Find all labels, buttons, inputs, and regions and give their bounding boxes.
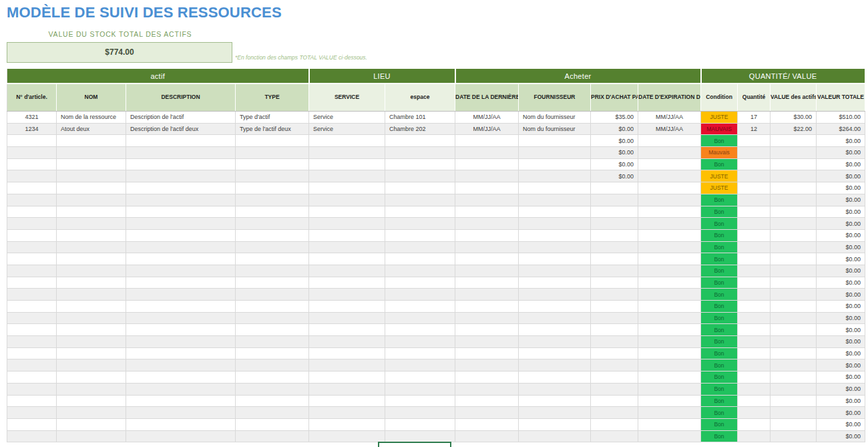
cell-valeur-totale[interactable]: $0.00 (817, 289, 865, 301)
cell-type[interactable] (236, 147, 309, 159)
cell-fournisseur[interactable] (519, 418, 591, 430)
cell-prix-achat[interactable] (591, 253, 638, 265)
cell-espace[interactable] (385, 383, 455, 395)
cell-article-no[interactable] (7, 182, 57, 194)
cell-condition[interactable]: Bon (701, 336, 738, 348)
cell-type[interactable] (236, 277, 309, 289)
cell-quantite[interactable] (738, 289, 771, 301)
cell-valeur-totale[interactable]: $0.00 (817, 395, 865, 407)
cell-quantite[interactable] (738, 407, 771, 419)
cell-fournisseur[interactable] (519, 359, 591, 371)
cell-service[interactable] (309, 418, 385, 430)
cell-espace[interactable]: Chambre 101 (385, 112, 455, 124)
cell-service[interactable] (309, 430, 385, 442)
cell-article-no[interactable] (7, 418, 57, 430)
cell-valeur-totale[interactable]: $0.00 (817, 135, 865, 147)
cell-date-expiration[interactable] (638, 206, 701, 218)
cell-service[interactable] (309, 218, 385, 230)
cell-condition[interactable]: JUSTE (701, 182, 738, 194)
cell-date-derniere-commande[interactable] (455, 147, 519, 159)
cell-service[interactable] (309, 182, 385, 194)
cell-nom[interactable] (57, 277, 126, 289)
cell-espace[interactable] (385, 395, 455, 407)
cell-date-expiration[interactable] (638, 312, 701, 324)
cell-service[interactable] (309, 289, 385, 301)
cell-date-expiration[interactable] (638, 277, 701, 289)
cell-description[interactable] (126, 229, 236, 241)
selected-cell-outline[interactable] (378, 442, 451, 447)
cell-fournisseur[interactable] (519, 206, 591, 218)
cell-quantite[interactable] (738, 371, 771, 384)
cell-date-derniere-commande[interactable] (455, 158, 519, 170)
cell-date-expiration[interactable] (638, 301, 701, 313)
cell-prix-achat[interactable] (591, 241, 638, 253)
cell-value-actifs[interactable]: $30.00 (771, 112, 817, 124)
cell-nom[interactable] (57, 229, 126, 241)
cell-service[interactable] (309, 383, 385, 395)
cell-article-no[interactable] (7, 383, 57, 395)
cell-valeur-totale[interactable]: $0.00 (817, 371, 865, 384)
cell-date-derniere-commande[interactable] (455, 289, 519, 301)
column-header-value-actifs[interactable]: VALUE des actifs (771, 84, 817, 112)
cell-description[interactable] (126, 265, 236, 277)
cell-condition[interactable]: Bon (701, 218, 738, 230)
cell-value-actifs[interactable] (771, 395, 817, 407)
column-header-fournisseur[interactable]: FOURNISSEUR (519, 84, 591, 112)
cell-date-expiration[interactable] (638, 289, 701, 301)
cell-quantite[interactable] (738, 147, 771, 159)
cell-value-actifs[interactable] (771, 170, 817, 182)
cell-prix-achat[interactable] (591, 265, 638, 277)
cell-condition[interactable]: Mauvais (701, 147, 738, 159)
stock-total-value-cell[interactable]: $774.00 (7, 42, 232, 63)
cell-prix-achat[interactable]: $0.00 (591, 123, 638, 135)
cell-value-actifs[interactable] (771, 324, 817, 336)
cell-description[interactable] (126, 312, 236, 324)
cell-date-derniere-commande[interactable] (455, 383, 519, 395)
cell-prix-achat[interactable] (591, 301, 638, 313)
cell-condition[interactable]: Bon (701, 194, 738, 206)
cell-condition[interactable]: JUSTE (701, 112, 738, 124)
cell-espace[interactable] (385, 407, 455, 419)
cell-date-expiration[interactable] (638, 194, 701, 206)
cell-espace[interactable] (385, 312, 455, 324)
cell-valeur-totale[interactable]: $0.00 (817, 347, 865, 359)
cell-quantite[interactable] (738, 265, 771, 277)
group-header-1[interactable]: LIEU (309, 69, 455, 84)
cell-espace[interactable] (385, 418, 455, 430)
cell-value-actifs[interactable] (771, 147, 817, 159)
cell-date-expiration[interactable] (638, 347, 701, 359)
column-header-type[interactable]: TYPE (236, 84, 309, 112)
cell-article-no[interactable] (7, 371, 57, 384)
cell-prix-achat[interactable] (591, 206, 638, 218)
cell-type[interactable] (236, 383, 309, 395)
cell-service[interactable] (309, 359, 385, 371)
cell-condition[interactable]: Bon (701, 135, 738, 147)
cell-quantite[interactable] (738, 241, 771, 253)
cell-value-actifs[interactable] (771, 359, 817, 371)
cell-condition[interactable]: MAUVAIS (701, 123, 738, 135)
cell-prix-achat[interactable] (591, 218, 638, 230)
cell-valeur-totale[interactable]: $0.00 (817, 241, 865, 253)
cell-valeur-totale[interactable]: $510.00 (817, 112, 865, 124)
cell-service[interactable] (309, 241, 385, 253)
cell-prix-achat[interactable] (591, 336, 638, 348)
cell-type[interactable]: Type d'actif (236, 112, 309, 124)
cell-description[interactable] (126, 430, 236, 442)
cell-article-no[interactable] (7, 218, 57, 230)
cell-description[interactable] (126, 336, 236, 348)
cell-nom[interactable]: Nom de la ressource (57, 112, 126, 124)
cell-fournisseur[interactable]: Nom du fournisseur (519, 112, 591, 124)
cell-condition[interactable]: Bon (701, 289, 738, 301)
cell-espace[interactable] (385, 371, 455, 384)
cell-service[interactable] (309, 265, 385, 277)
cell-quantite[interactable] (738, 194, 771, 206)
cell-date-expiration[interactable] (638, 158, 701, 170)
cell-prix-achat[interactable] (591, 418, 638, 430)
cell-article-no[interactable] (7, 158, 57, 170)
cell-date-expiration[interactable] (638, 241, 701, 253)
cell-article-no[interactable] (7, 265, 57, 277)
cell-espace[interactable] (385, 253, 455, 265)
cell-value-actifs[interactable] (771, 229, 817, 241)
cell-date-derniere-commande[interactable] (455, 277, 519, 289)
cell-fournisseur[interactable] (519, 371, 591, 384)
